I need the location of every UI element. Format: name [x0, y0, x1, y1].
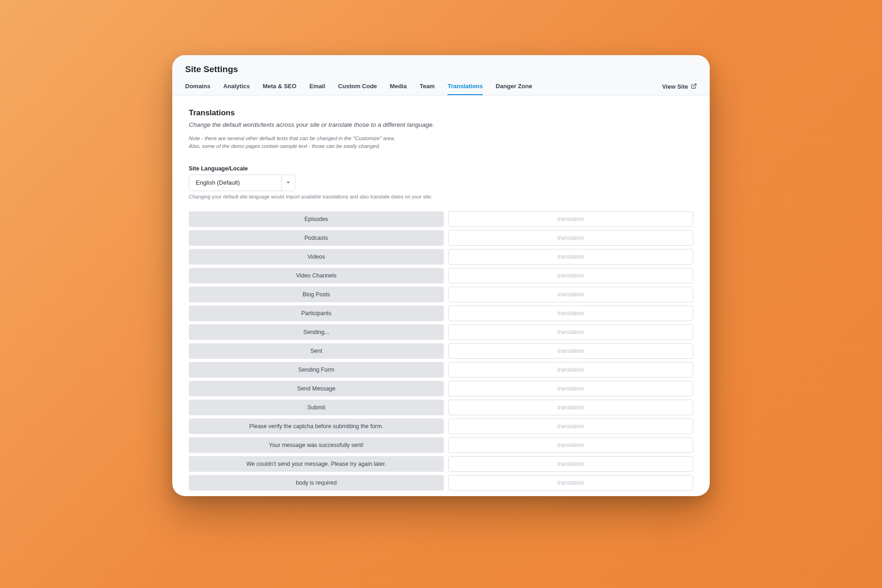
translation-source-label: Submit — [189, 400, 444, 415]
translation-row: Sending... — [189, 324, 693, 340]
translation-row: Participants — [189, 305, 693, 321]
translation-row: Submit — [189, 400, 693, 415]
tab-danger-zone[interactable]: Danger Zone — [496, 83, 532, 95]
translation-input[interactable] — [448, 230, 693, 246]
translation-input[interactable] — [448, 324, 693, 340]
settings-window: Site Settings DomainsAnalyticsMeta & SEO… — [172, 55, 710, 496]
language-field-label: Site Language/Locale — [189, 165, 693, 172]
tab-analytics[interactable]: Analytics — [223, 83, 250, 95]
page-title: Site Settings — [185, 64, 697, 74]
tab-translations[interactable]: Translations — [447, 83, 483, 95]
tab-media[interactable]: Media — [390, 83, 407, 95]
translation-row: Sending Form — [189, 362, 693, 378]
language-select-value: English (Default) — [189, 175, 281, 191]
tab-email[interactable]: Email — [309, 83, 325, 95]
note-line-1: Note - there are several other default t… — [189, 136, 395, 141]
translation-row: Episodes — [189, 211, 693, 227]
translation-row: Sent — [189, 343, 693, 359]
translation-source-label: Podcasts — [189, 230, 444, 246]
translation-source-label: We couldn't send your message. Please tr… — [189, 456, 444, 472]
translation-source-label: Sending Form — [189, 362, 444, 378]
translation-source-label: body is required — [189, 475, 444, 491]
translation-source-label: Video Channels — [189, 268, 444, 283]
section-note: Note - there are several other default t… — [189, 135, 510, 151]
translation-input[interactable] — [448, 249, 693, 265]
translation-source-label: Your message was successfully sent! — [189, 437, 444, 453]
translation-input[interactable] — [448, 343, 693, 359]
translation-source-label: Episodes — [189, 211, 444, 227]
translation-input[interactable] — [448, 418, 693, 434]
translation-input[interactable] — [448, 437, 693, 453]
translation-row: Send Message — [189, 381, 693, 396]
translation-source-label: Participants — [189, 305, 444, 321]
translation-row: Blog Posts — [189, 287, 693, 302]
external-link-icon — [691, 83, 697, 90]
translation-input[interactable] — [448, 362, 693, 378]
tabs: DomainsAnalyticsMeta & SEOEmailCustom Co… — [185, 83, 532, 95]
translation-source-label: Videos — [189, 249, 444, 265]
tab-team[interactable]: Team — [419, 83, 435, 95]
translation-input[interactable] — [448, 305, 693, 321]
tab-custom-code[interactable]: Custom Code — [338, 83, 377, 95]
language-select[interactable]: English (Default) — [189, 175, 295, 191]
view-site-label: View Site — [662, 83, 688, 90]
translation-row: Please verify the captcha before submitt… — [189, 418, 693, 434]
translation-input[interactable] — [448, 287, 693, 302]
translation-source-label: Sent — [189, 343, 444, 359]
translation-row: Video Channels — [189, 268, 693, 283]
translation-input[interactable] — [448, 211, 693, 227]
section-description: Change the default words/texts across yo… — [189, 121, 693, 128]
translation-input[interactable] — [448, 381, 693, 396]
translation-row: Videos — [189, 249, 693, 265]
content-area: Translations Change the default words/te… — [172, 96, 710, 496]
note-line-2: Also, some of the demo pages contain sam… — [189, 143, 380, 149]
tabs-row: DomainsAnalyticsMeta & SEOEmailCustom Co… — [185, 83, 697, 95]
translation-input[interactable] — [448, 268, 693, 283]
translation-source-label: Sending... — [189, 324, 444, 340]
translation-source-label: Please verify the captcha before submitt… — [189, 418, 444, 434]
section-title: Translations — [189, 108, 693, 118]
view-site-link[interactable]: View Site — [662, 83, 697, 95]
translation-source-label: Send Message — [189, 381, 444, 396]
translation-input[interactable] — [448, 475, 693, 491]
header: Site Settings DomainsAnalyticsMeta & SEO… — [172, 55, 710, 96]
translation-row: Podcasts — [189, 230, 693, 246]
translation-source-label: Blog Posts — [189, 287, 444, 302]
translation-row: We couldn't send your message. Please tr… — [189, 456, 693, 472]
translation-rows: EpisodesPodcastsVideosVideo ChannelsBlog… — [189, 211, 693, 491]
language-help-text: Changing your default site language woul… — [189, 194, 693, 199]
translation-input[interactable] — [448, 456, 693, 472]
tab-domains[interactable]: Domains — [185, 83, 210, 95]
translation-row: Your message was successfully sent! — [189, 437, 693, 453]
translation-input[interactable] — [448, 400, 693, 415]
translation-row: body is required — [189, 475, 693, 491]
svg-line-0 — [693, 84, 696, 86]
chevron-down-icon[interactable] — [281, 175, 295, 191]
tab-meta-seo[interactable]: Meta & SEO — [263, 83, 297, 95]
